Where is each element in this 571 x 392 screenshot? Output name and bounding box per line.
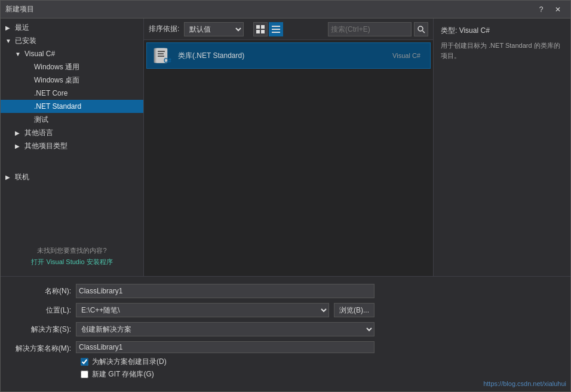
template-info: 类库(.NET Standard) — [178, 51, 392, 61]
dialog-title: 新建项目 — [5, 4, 34, 14]
location-controls: E:\C++随笔\ 浏览(B)... — [76, 303, 374, 317]
arrow-installed: ▼ — [5, 38, 15, 44]
solution-select[interactable]: 创建新解决方案 — [76, 322, 374, 336]
sort-label: 排序依据: — [149, 24, 179, 34]
label-windows-common: Windows 通用 — [34, 62, 79, 72]
install-link[interactable]: 打开 Visual Studio 安装程序 — [31, 258, 112, 265]
svg-rect-2 — [256, 30, 260, 33]
location-row: 位置(L): E:\C++随笔\ 浏览(B)... — [10, 303, 561, 317]
name-row: 名称(N): — [10, 284, 561, 298]
list-view-button[interactable] — [269, 22, 283, 36]
name-input[interactable] — [76, 284, 374, 298]
arrow-net-standard — [24, 103, 34, 110]
svg-rect-13 — [158, 53, 164, 54]
label-net-standard: .NET Standard — [34, 102, 81, 111]
sort-select[interactable]: 默认值 — [184, 22, 244, 36]
dialog-body: ▶ 最近 ▼ 已安装 ▼ Visual C# Windows 通用 Window — [1, 19, 570, 276]
tree-item-other-lang[interactable]: ▶ 其他语言 — [1, 126, 143, 139]
solution-row: 解决方案(S): 创建新解决方案 — [10, 322, 561, 336]
template-lang: Visual C# — [392, 52, 425, 59]
svg-rect-0 — [256, 25, 260, 29]
arrow-visual-csharp: ▼ — [15, 51, 24, 57]
not-found-text: 未找到您要查找的内容? — [5, 246, 139, 255]
solution-label: 解决方案(S): — [10, 324, 76, 335]
view-buttons — [253, 22, 283, 36]
template-list: C# 类库(.NET Standard) Visual C# — [144, 40, 433, 276]
close-button[interactable]: ✕ — [550, 4, 566, 16]
tree-item-test[interactable]: 测试 — [1, 113, 143, 126]
bottom-form: 名称(N): 位置(L): E:\C++随笔\ 浏览(B)... 解决方案(S)… — [1, 276, 570, 391]
right-panel: 类型: Visual C# 用于创建目标为 .NET Standard 的类库的… — [433, 19, 570, 276]
tree-item-recent[interactable]: ▶ 最近 — [1, 21, 143, 34]
tree-item-net-standard[interactable]: .NET Standard — [1, 100, 143, 113]
label-net-core: .NET Core — [34, 89, 67, 97]
search-button[interactable] — [414, 22, 428, 36]
create-dir-label[interactable]: 为解决方案创建目录(D) — [92, 357, 167, 367]
tree-item-net-core[interactable]: .NET Core — [1, 87, 143, 100]
new-project-dialog: 新建项目 ? ✕ ▶ 最近 ▼ 已安装 ▼ Visual C# — [0, 0, 571, 392]
name-label: 名称(N): — [10, 286, 76, 296]
create-dir-checkbox[interactable] — [81, 358, 88, 366]
help-button[interactable]: ? — [533, 4, 549, 16]
svg-rect-3 — [261, 30, 265, 33]
label-other-types: 其他项目类型 — [24, 141, 67, 151]
left-bottom-area: 未找到您要查找的内容? 打开 Visual Studio 安装程序 — [1, 239, 143, 274]
checkbox-row-dir: 为解决方案创建目录(D) — [81, 357, 561, 367]
template-name: 类库(.NET Standard) — [178, 51, 392, 61]
svg-rect-1 — [261, 25, 265, 29]
tree-item-online[interactable]: ▶ 联机 — [1, 170, 143, 183]
tree-item-visual-csharp[interactable]: ▼ Visual C# — [1, 47, 143, 60]
tree-item-installed[interactable]: ▼ 已安装 — [1, 34, 143, 47]
tree-item-windows-common[interactable]: Windows 通用 — [1, 60, 143, 74]
label-installed: 已安装 — [15, 36, 36, 46]
info-description: 用于创建目标为 .NET Standard 的类库的项目。 — [441, 41, 563, 60]
solution-name-input[interactable] — [76, 341, 374, 353]
arrow-other-lang: ▶ — [15, 130, 24, 136]
label-test: 测试 — [34, 115, 48, 125]
checkboxes-area: 为解决方案创建目录(D) 新建 GIT 存储库(G) — [81, 357, 561, 379]
template-icon-class-library: C# — [152, 45, 173, 66]
svg-rect-14 — [158, 56, 164, 57]
create-git-checkbox[interactable] — [81, 370, 88, 378]
arrow-other-types: ▶ — [15, 143, 24, 149]
search-bar — [328, 22, 428, 36]
solution-name-row: 解决方案名称(M): 为解决方案创建目录(D) 新建 GIT 存储库(G) — [10, 341, 561, 379]
arrow-recent: ▶ — [5, 24, 15, 31]
label-recent: 最近 — [15, 23, 29, 33]
arrow-test — [24, 117, 34, 123]
svg-rect-6 — [272, 32, 280, 33]
search-input[interactable] — [328, 22, 412, 36]
label-online: 联机 — [15, 172, 29, 182]
tree-item-windows-desktop[interactable]: Windows 桌面 — [1, 74, 143, 87]
browse-button[interactable]: 浏览(B)... — [334, 303, 374, 317]
svg-line-8 — [423, 30, 425, 33]
svg-rect-5 — [272, 29, 280, 30]
label-other-lang: 其他语言 — [24, 128, 53, 138]
sort-bar: 排序依据: 默认值 — [144, 19, 433, 40]
svg-text:C#: C# — [164, 57, 171, 64]
grid-view-button[interactable] — [253, 22, 268, 36]
info-type: 类型: Visual C# — [441, 26, 563, 36]
checkbox-row-git: 新建 GIT 存储库(G) — [81, 369, 561, 379]
label-windows-desktop: Windows 桌面 — [34, 75, 79, 85]
template-item-class-library[interactable]: C# 类库(.NET Standard) Visual C# — [146, 42, 431, 69]
svg-rect-12 — [158, 51, 165, 52]
arrow-online: ▶ — [5, 174, 15, 180]
tree-item-other-types[interactable]: ▶ 其他项目类型 — [1, 139, 143, 152]
location-select[interactable]: E:\C++随笔\ — [76, 303, 329, 317]
svg-point-7 — [418, 26, 423, 31]
left-panel: ▶ 最近 ▼ 已安装 ▼ Visual C# Windows 通用 Window — [1, 19, 144, 276]
arrow-windows-desktop — [24, 77, 34, 84]
title-bar: 新建项目 ? ✕ — [1, 1, 570, 19]
middle-panel: 排序依据: 默认值 — [144, 19, 433, 276]
title-bar-buttons: ? ✕ — [533, 4, 566, 16]
create-git-label[interactable]: 新建 GIT 存储库(G) — [92, 369, 154, 379]
svg-rect-4 — [272, 26, 280, 27]
location-label: 位置(L): — [10, 305, 76, 316]
arrow-net-core — [24, 90, 34, 97]
solution-name-label: 解决方案名称(M): — [10, 341, 76, 354]
arrow-windows-common — [24, 64, 34, 71]
label-visual-csharp: Visual C# — [24, 50, 55, 58]
